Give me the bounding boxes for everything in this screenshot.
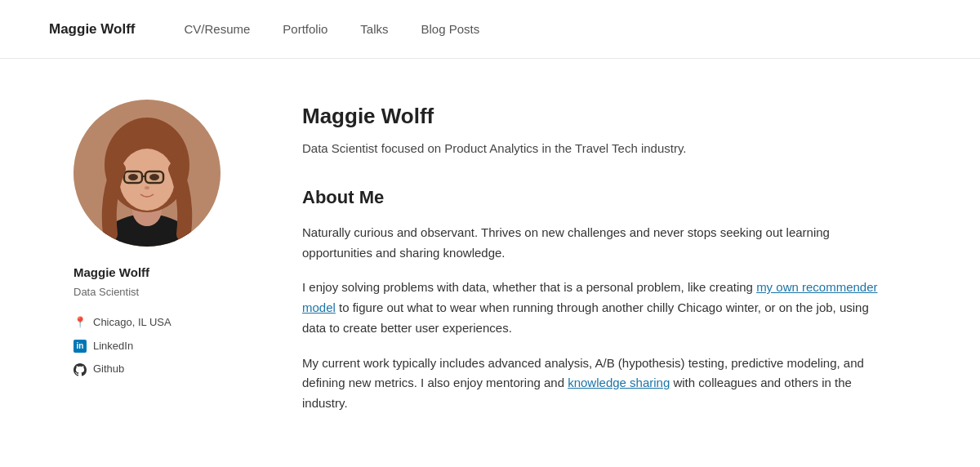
profile-name: Maggie Wolff xyxy=(302,100,890,134)
about-paragraph-1: Naturally curious and observant. Thrives… xyxy=(302,223,890,264)
linkedin-link[interactable]: LinkedIn xyxy=(93,338,133,355)
sidebar-github[interactable]: Github xyxy=(74,361,237,378)
about-paragraph-3: My current work typically includes advan… xyxy=(302,354,890,414)
svg-point-12 xyxy=(128,174,138,180)
paragraph-2-text-after: to figure out what to wear when running … xyxy=(302,300,869,335)
navbar: Maggie Wolff CV/Resume Portfolio Talks B… xyxy=(0,0,980,59)
linkedin-icon: in xyxy=(74,340,87,353)
main-content: Maggie Wolff Data Scientist focused on P… xyxy=(302,100,890,429)
nav-item-portfolio[interactable]: Portfolio xyxy=(283,20,327,39)
profile-tagline: Data Scientist focused on Product Analyt… xyxy=(302,139,890,158)
nav-brand[interactable]: Maggie Wolff xyxy=(49,18,135,40)
nav-link-blog[interactable]: Blog Posts xyxy=(421,22,480,36)
nav-links: CV/Resume Portfolio Talks Blog Posts xyxy=(184,20,479,39)
nav-item-cv[interactable]: CV/Resume xyxy=(184,20,250,39)
about-section-title: About Me xyxy=(302,183,890,211)
nav-link-portfolio[interactable]: Portfolio xyxy=(283,22,327,36)
sidebar-job-title: Data Scientist xyxy=(74,284,237,301)
sidebar-location: Chicago, IL USA xyxy=(74,314,237,331)
nav-item-blog[interactable]: Blog Posts xyxy=(421,20,480,39)
sidebar-linkedin[interactable]: in LinkedIn xyxy=(74,338,237,355)
sidebar-meta: Chicago, IL USA in LinkedIn Github xyxy=(74,314,237,378)
location-icon xyxy=(74,316,87,329)
sidebar-name: Maggie Wolff xyxy=(74,263,237,282)
nav-item-talks[interactable]: Talks xyxy=(360,20,388,39)
knowledge-sharing-link[interactable]: knowledge sharing xyxy=(568,376,670,389)
sidebar: Maggie Wolff Data Scientist Chicago, IL … xyxy=(74,100,237,429)
svg-point-13 xyxy=(149,174,159,180)
paragraph-2-text-before: I enjoy solving problems with data, whet… xyxy=(302,280,756,294)
svg-point-14 xyxy=(145,186,149,189)
location-text: Chicago, IL USA xyxy=(93,314,172,331)
nav-link-talks[interactable]: Talks xyxy=(360,22,388,36)
nav-link-cv[interactable]: CV/Resume xyxy=(184,22,250,36)
avatar xyxy=(74,100,220,247)
page-container: Maggie Wolff Data Scientist Chicago, IL … xyxy=(41,59,939,467)
github-icon xyxy=(74,363,87,376)
about-paragraph-2: I enjoy solving problems with data, whet… xyxy=(302,278,890,338)
github-link[interactable]: Github xyxy=(93,361,124,378)
